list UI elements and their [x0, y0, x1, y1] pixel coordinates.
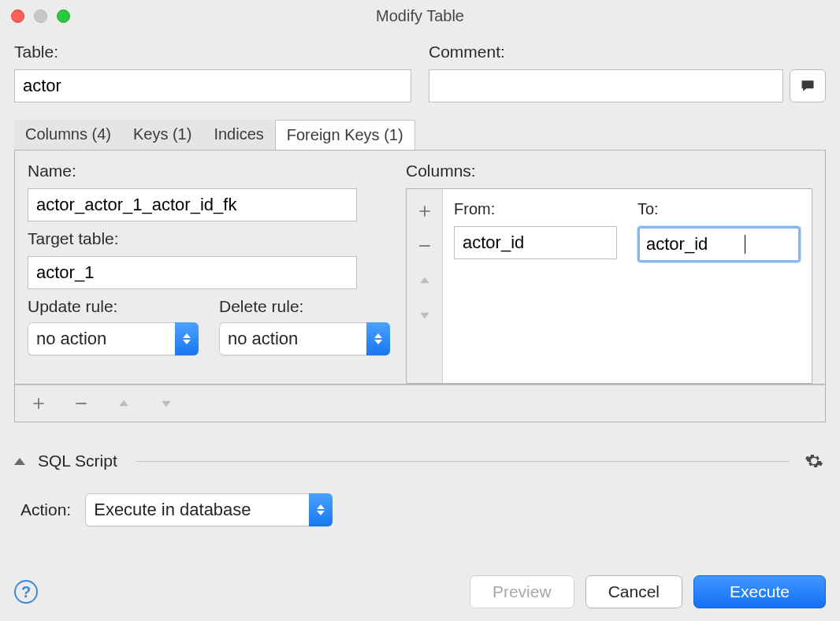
add-fk-button[interactable]	[24, 388, 53, 419]
update-rule-label: Update rule:	[28, 297, 199, 316]
execute-button[interactable]: Execute	[693, 575, 826, 608]
fk-name-label: Name:	[28, 162, 390, 180]
tab-foreign-keys[interactable]: Foreign Keys (1)	[275, 120, 415, 150]
minus-icon	[73, 396, 89, 411]
triangle-up-icon	[116, 396, 132, 411]
comment-label: Comment:	[429, 43, 826, 61]
expand-comment-button[interactable]	[790, 69, 826, 102]
foreign-keys-toolbar	[14, 385, 826, 422]
action-combo[interactable]: Execute in database	[85, 493, 333, 526]
triangle-down-icon	[417, 307, 433, 323]
update-rule-value: no action	[28, 322, 175, 355]
window-controls	[11, 9, 70, 23]
triangle-up-icon	[417, 273, 433, 288]
from-label: From:	[454, 200, 617, 218]
delete-rule-combo[interactable]: no action	[219, 322, 390, 355]
delete-rule-value: no action	[219, 322, 366, 355]
columns-mapping-area: From: To:	[406, 188, 812, 384]
move-down-button[interactable]	[407, 298, 442, 333]
speech-bubble-icon	[799, 78, 816, 94]
cancel-button[interactable]: Cancel	[585, 575, 682, 608]
chevron-updown-icon	[366, 322, 390, 355]
tab-indices[interactable]: Indices	[203, 120, 274, 150]
titlebar: Modify Table	[0, 0, 840, 32]
preview-button[interactable]: Preview	[470, 575, 574, 608]
target-table-input[interactable]	[28, 256, 357, 289]
remove-column-button[interactable]	[407, 229, 442, 263]
window-title: Modify Table	[376, 7, 464, 25]
remove-fk-button[interactable]	[67, 388, 95, 419]
columns-side-toolbar	[407, 189, 443, 383]
plus-icon	[417, 203, 433, 219]
table-label: Table:	[14, 43, 411, 61]
to-column-input[interactable]	[641, 230, 745, 258]
sql-script-title: SQL Script	[38, 452, 117, 470]
minimize-window-button[interactable]	[34, 9, 47, 23]
move-up-button[interactable]	[407, 263, 442, 298]
fk-move-down-button[interactable]	[152, 388, 180, 419]
table-name-input[interactable]	[14, 69, 411, 102]
close-window-button[interactable]	[11, 9, 24, 23]
comment-input[interactable]	[429, 69, 783, 102]
chevron-updown-icon	[309, 493, 333, 526]
delete-rule-label: Delete rule:	[219, 297, 390, 316]
chevron-updown-icon	[175, 322, 199, 355]
foreign-key-panel: Name: Target table: Update rule: no acti…	[14, 150, 826, 385]
update-rule-combo[interactable]: no action	[28, 322, 199, 355]
fk-name-input[interactable]	[28, 188, 357, 221]
divider	[136, 461, 790, 462]
action-label: Action:	[20, 500, 71, 519]
triangle-down-icon	[158, 396, 174, 411]
columns-label: Columns:	[406, 162, 812, 180]
add-column-button[interactable]	[407, 194, 442, 229]
help-button[interactable]: ?	[14, 580, 38, 604]
action-value: Execute in database	[85, 493, 309, 526]
to-label: To:	[637, 200, 801, 218]
tab-columns[interactable]: Columns (4)	[14, 120, 122, 150]
target-table-label: Target table:	[28, 229, 390, 248]
collapse-toggle[interactable]	[14, 458, 25, 465]
svg-rect-0	[419, 245, 429, 247]
svg-rect-1	[76, 403, 86, 404]
tab-keys[interactable]: Keys (1)	[122, 120, 203, 150]
from-column-input[interactable]	[454, 226, 617, 259]
maximize-window-button[interactable]	[57, 9, 70, 23]
minus-icon	[417, 238, 433, 254]
plus-icon	[31, 396, 46, 411]
fk-move-up-button[interactable]	[110, 388, 138, 419]
to-column-focus-ring	[637, 226, 801, 262]
gear-icon	[805, 452, 823, 470]
script-settings-button[interactable]	[802, 449, 826, 473]
tab-bar: Columns (4) Keys (1) Indices Foreign Key…	[14, 120, 826, 150]
text-caret	[745, 235, 745, 254]
